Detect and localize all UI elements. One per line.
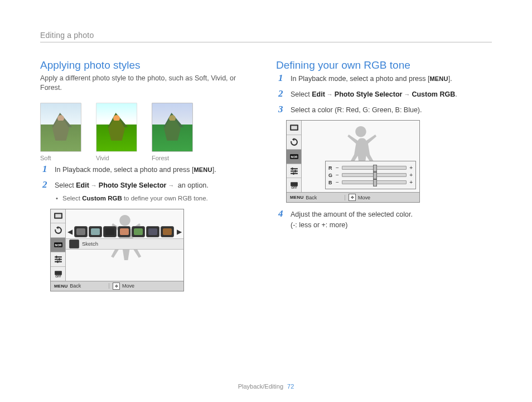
svg-text:OFF: OFF bbox=[55, 275, 61, 278]
style-thumbnails: Soft Vivid Forest bbox=[40, 103, 256, 161]
section-header: Editing a photo bbox=[40, 31, 492, 40]
move-control[interactable]: ✥ Move bbox=[345, 194, 374, 201]
thumb-forest-caption: Forest bbox=[152, 155, 192, 161]
back-control[interactable]: MENU Back bbox=[287, 195, 345, 200]
move-control[interactable]: ✥ Move bbox=[109, 283, 138, 290]
rgb-slider[interactable] bbox=[342, 180, 407, 184]
rgb-label-r: R bbox=[328, 165, 333, 171]
style-chip[interactable] bbox=[146, 226, 159, 237]
rgb-label-b: B bbox=[328, 180, 333, 185]
left-intro: Apply a different photo style to the pho… bbox=[40, 74, 256, 93]
style-chip[interactable] bbox=[161, 226, 174, 237]
dpad-icon: ✥ bbox=[349, 194, 356, 201]
step-number: 4 bbox=[278, 209, 285, 230]
thumb-soft: Soft bbox=[40, 103, 80, 161]
preview-area: ◀ ▶ Sketch bbox=[66, 209, 183, 281]
preview-area: R − + G − + bbox=[302, 121, 419, 192]
svg-rect-19 bbox=[292, 168, 293, 170]
svg-rect-16 bbox=[291, 168, 298, 169]
side-icon-column: NOR OFF bbox=[287, 121, 302, 192]
back-label: Back bbox=[306, 195, 317, 200]
side-icon-rotate[interactable] bbox=[287, 135, 301, 150]
right-step-4: 4 Adjust the amount of the selected colo… bbox=[278, 209, 492, 231]
style-chip[interactable] bbox=[118, 226, 131, 237]
step-number: 3 bbox=[278, 104, 285, 115]
plus-icon[interactable]: + bbox=[409, 179, 413, 185]
back-control[interactable]: MENU Back bbox=[51, 283, 109, 289]
minus-icon[interactable]: − bbox=[336, 179, 339, 185]
dpad-icon: ✥ bbox=[113, 283, 120, 290]
screen-footer: MENU Back ✥ Move bbox=[287, 192, 419, 202]
side-icon-off[interactable]: OFF bbox=[51, 267, 65, 281]
style-chip[interactable] bbox=[89, 226, 102, 237]
rgb-slider[interactable] bbox=[342, 173, 407, 177]
menu-button-label: MENU bbox=[429, 75, 448, 82]
page-number: 72 bbox=[287, 383, 294, 390]
right-column: Defining your own RGB tone 1 In Playback… bbox=[276, 59, 492, 291]
svg-rect-13 bbox=[291, 126, 297, 129]
side-icon-adjust[interactable] bbox=[287, 164, 301, 179]
slider-handle[interactable] bbox=[373, 165, 377, 172]
side-icon-adjust[interactable] bbox=[51, 252, 65, 267]
thumb-vivid: Vivid bbox=[96, 103, 136, 161]
thumb-vivid-image bbox=[96, 103, 137, 152]
rgb-label-g: G bbox=[328, 173, 333, 178]
left-steps: 1 In Playback mode, select a photo and p… bbox=[40, 165, 256, 204]
thumb-forest-image bbox=[152, 103, 193, 152]
side-icon-off[interactable]: OFF bbox=[287, 178, 301, 192]
minus-icon[interactable]: − bbox=[336, 172, 339, 178]
right-steps: 1 In Playback mode, select a photo and p… bbox=[276, 74, 492, 115]
rgb-row-g[interactable]: G − + bbox=[328, 172, 413, 178]
arrow-icon: → bbox=[168, 182, 174, 189]
right-steps-continued: 4 Adjust the amount of the selected colo… bbox=[276, 209, 492, 231]
left-heading: Applying photo styles bbox=[40, 59, 256, 71]
svg-rect-8 bbox=[59, 258, 60, 260]
side-icon-style[interactable]: NOR bbox=[287, 150, 301, 164]
rgb-row-r[interactable]: R − + bbox=[328, 165, 413, 171]
slider-handle[interactable] bbox=[373, 179, 377, 186]
page-footer: Playback/Editing 72 bbox=[0, 383, 532, 390]
strip-right-arrow-icon[interactable]: ▶ bbox=[177, 228, 182, 236]
svg-rect-5 bbox=[55, 259, 62, 260]
step-number: 2 bbox=[42, 180, 49, 203]
menu-button-label: MENU bbox=[194, 166, 212, 173]
step-text: Select Edit→Photo Style Selector→ an opt… bbox=[55, 180, 256, 204]
menu-icon: MENU bbox=[54, 284, 67, 289]
left-column: Applying photo styles Apply a different … bbox=[40, 59, 256, 291]
menu-icon: MENU bbox=[290, 195, 303, 200]
style-strip[interactable]: ◀ ▶ bbox=[66, 226, 183, 237]
manual-page: Editing a photo Applying photo styles Ap… bbox=[0, 0, 532, 402]
strip-left-arrow-icon[interactable]: ◀ bbox=[67, 228, 72, 236]
step-number: 1 bbox=[42, 164, 49, 175]
side-icon-resize[interactable] bbox=[51, 209, 65, 224]
svg-rect-17 bbox=[291, 170, 298, 171]
right-step-1: 1 In Playback mode, select a photo and p… bbox=[278, 74, 492, 84]
side-icon-style[interactable]: NOR bbox=[51, 238, 65, 252]
svg-rect-20 bbox=[294, 170, 296, 172]
plus-icon[interactable]: + bbox=[409, 165, 413, 171]
step-text: Select a color (R: Red, G: Green, B: Blu… bbox=[291, 105, 492, 116]
step-text: Select Edit→Photo Style Selector→Custom … bbox=[291, 89, 492, 100]
screen-footer: MENU Back ✥ Move bbox=[51, 281, 183, 291]
step-text: Adjust the amount of the selected color.… bbox=[291, 209, 492, 231]
svg-rect-4 bbox=[55, 256, 62, 257]
rgb-slider[interactable] bbox=[342, 166, 407, 170]
side-icon-resize[interactable] bbox=[287, 121, 301, 135]
minus-icon[interactable]: − bbox=[336, 165, 339, 171]
substep: Select Custom RGB to define your own RGB… bbox=[56, 194, 256, 203]
camera-screen-right: NOR OFF R − + bbox=[286, 120, 420, 203]
slider-handle[interactable] bbox=[373, 172, 377, 179]
rgb-row-b[interactable]: B − + bbox=[328, 179, 413, 185]
sketch-icon bbox=[69, 240, 79, 248]
svg-rect-1 bbox=[55, 214, 61, 218]
step-text: In Playback mode, select a photo and pre… bbox=[55, 165, 256, 175]
style-chip[interactable] bbox=[74, 226, 88, 237]
style-chip[interactable] bbox=[103, 226, 117, 237]
arrow-icon: → bbox=[404, 91, 410, 98]
selected-style-row: Sketch bbox=[66, 238, 183, 250]
side-icon-rotate[interactable] bbox=[51, 223, 65, 238]
left-step-1: 1 In Playback mode, select a photo and p… bbox=[42, 165, 256, 175]
header-rule bbox=[40, 42, 492, 42]
plus-icon[interactable]: + bbox=[409, 172, 413, 178]
style-chip[interactable] bbox=[132, 226, 145, 237]
